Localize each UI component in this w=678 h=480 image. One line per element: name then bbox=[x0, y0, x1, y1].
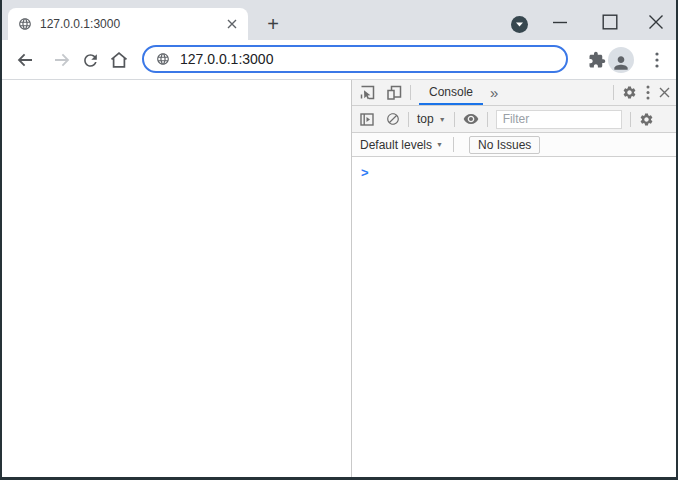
extensions-puzzle-icon bbox=[588, 51, 606, 69]
close-icon bbox=[227, 19, 237, 29]
chevron-down-icon: ▼ bbox=[439, 116, 446, 123]
maximize-button[interactable] bbox=[601, 13, 619, 31]
new-tab-button[interactable]: + bbox=[259, 10, 287, 38]
browser-tab[interactable]: 127.0.0.1:3000 bbox=[8, 8, 248, 40]
url-text: 127.0.0.1:3000 bbox=[180, 51, 273, 67]
settings-gear-icon bbox=[622, 85, 637, 100]
console-prompt[interactable]: > bbox=[361, 165, 369, 180]
tab-search-button[interactable] bbox=[511, 16, 528, 33]
kebab-menu-icon bbox=[655, 52, 659, 68]
devtools-settings-button[interactable] bbox=[622, 85, 637, 100]
devtools-menu-button[interactable] bbox=[646, 85, 650, 100]
eye-icon bbox=[463, 111, 479, 127]
globe-icon bbox=[18, 17, 32, 31]
device-toolbar-icon bbox=[387, 85, 402, 100]
content-area: Console » bbox=[2, 80, 676, 477]
reload-button[interactable] bbox=[79, 49, 101, 71]
tab-strip: 127.0.0.1:3000 + bbox=[2, 0, 676, 40]
extensions-button[interactable] bbox=[586, 49, 608, 71]
clear-console-icon bbox=[386, 112, 400, 126]
close-icon bbox=[659, 87, 670, 98]
settings-gear-icon bbox=[639, 112, 654, 127]
tab-title: 127.0.0.1:3000 bbox=[40, 17, 224, 31]
devtools-tab-bar: Console » bbox=[352, 80, 676, 106]
address-bar[interactable]: 127.0.0.1:3000 bbox=[142, 45, 568, 73]
divider bbox=[410, 85, 411, 100]
no-issues-button[interactable]: No Issues bbox=[469, 136, 540, 154]
tab-close-button[interactable] bbox=[224, 16, 240, 32]
inspect-icon bbox=[360, 85, 375, 100]
devtools-tab-console[interactable]: Console bbox=[419, 80, 483, 105]
close-window-button[interactable] bbox=[647, 13, 665, 31]
browser-menu-button[interactable] bbox=[646, 49, 668, 71]
more-tabs-button[interactable]: » bbox=[490, 84, 498, 101]
divider bbox=[630, 112, 631, 127]
live-expression-button[interactable] bbox=[463, 111, 479, 127]
devtools-close-button[interactable] bbox=[659, 87, 670, 98]
divider bbox=[613, 85, 614, 100]
forward-icon bbox=[52, 50, 72, 70]
divider bbox=[454, 112, 455, 127]
divider bbox=[453, 137, 454, 152]
page-viewport bbox=[2, 80, 351, 477]
log-levels-label: Default levels bbox=[360, 138, 432, 152]
console-sidebar-icon bbox=[360, 113, 374, 126]
js-context-label: top bbox=[417, 112, 434, 126]
js-context-selector[interactable]: top ▼ bbox=[417, 112, 446, 126]
globe-icon bbox=[156, 52, 170, 66]
chevron-down-icon: ▼ bbox=[436, 141, 443, 148]
clear-console-button[interactable] bbox=[386, 112, 400, 126]
avatar-icon bbox=[611, 53, 631, 73]
back-button[interactable] bbox=[14, 49, 36, 71]
console-levels-bar: Default levels ▼ No Issues bbox=[352, 133, 676, 157]
browser-window: 127.0.0.1:3000 + bbox=[0, 0, 678, 480]
forward-button[interactable] bbox=[51, 49, 73, 71]
minimize-icon bbox=[552, 14, 568, 30]
home-button[interactable] bbox=[108, 49, 130, 71]
reload-icon bbox=[81, 51, 100, 70]
browser-toolbar: 127.0.0.1:3000 bbox=[2, 40, 676, 80]
console-settings-button[interactable] bbox=[639, 112, 654, 127]
profile-avatar-button[interactable] bbox=[608, 47, 634, 73]
log-levels-selector[interactable]: Default levels ▼ bbox=[360, 138, 443, 152]
devtools-panel: Console » bbox=[351, 80, 676, 477]
divider bbox=[408, 112, 409, 127]
back-icon bbox=[15, 50, 35, 70]
close-icon bbox=[648, 14, 664, 30]
device-toolbar-button[interactable] bbox=[387, 85, 402, 100]
console-filter-input[interactable] bbox=[496, 110, 622, 129]
console-output[interactable]: > bbox=[352, 157, 676, 477]
divider bbox=[487, 112, 488, 127]
kebab-menu-icon bbox=[646, 85, 650, 100]
console-toolbar: top ▼ bbox=[352, 106, 676, 133]
minimize-button[interactable] bbox=[551, 13, 569, 31]
maximize-icon bbox=[602, 14, 618, 30]
home-icon bbox=[109, 50, 129, 70]
tab-search-icon bbox=[511, 16, 528, 33]
console-sidebar-button[interactable] bbox=[360, 113, 374, 126]
inspect-element-button[interactable] bbox=[360, 85, 375, 100]
